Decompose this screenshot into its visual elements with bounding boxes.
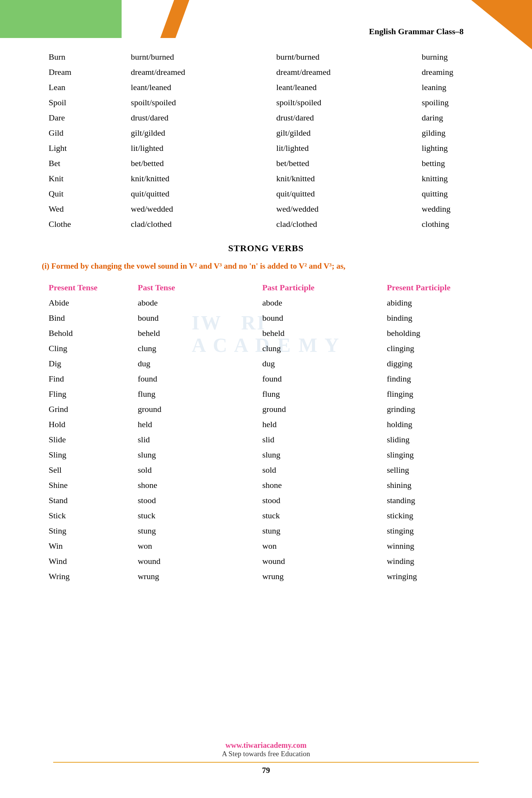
present-participle-cell: betting: [415, 156, 490, 171]
footer-tagline: A Step towards free Education: [0, 750, 532, 758]
past-participle-cell: stuck: [255, 508, 380, 523]
main-content: Burn burnt/burned burnt/burned burning D…: [0, 0, 532, 618]
past-tense-cell: wound: [131, 554, 255, 569]
past-participle-cell: slid: [255, 432, 380, 447]
past-tense-cell: stung: [131, 523, 255, 538]
past-tense-cell: dreamt/dreamed: [124, 65, 269, 80]
present-tense-cell: Bind: [42, 310, 131, 326]
past-tense-cell: won: [131, 538, 255, 554]
present-tense-cell: Lean: [42, 80, 124, 95]
table-row: Sting stung stung stinging: [42, 523, 490, 538]
table-row: Shine shone shone shining: [42, 478, 490, 493]
present-participle-cell: winding: [380, 554, 490, 569]
past-participle-cell: slung: [255, 447, 380, 462]
present-tense-cell: Knit: [42, 171, 124, 186]
past-tense-cell: bound: [131, 310, 255, 326]
present-tense-cell: Hold: [42, 417, 131, 432]
past-tense-cell: stood: [131, 493, 255, 508]
past-participle-cell: drust/dared: [269, 110, 415, 125]
present-participle-cell: finding: [380, 371, 490, 386]
present-tense-cell: Dare: [42, 110, 124, 125]
present-tense-cell: Shine: [42, 478, 131, 493]
col-past-participle: Past Participle: [255, 280, 380, 295]
present-tense-cell: Wed: [42, 201, 124, 217]
table-row: Win won won winning: [42, 538, 490, 554]
present-tense-cell: Dream: [42, 65, 124, 80]
past-participle-cell: quit/quitted: [269, 186, 415, 201]
past-participle-cell: dug: [255, 356, 380, 371]
past-tense-cell: lit/lighted: [124, 141, 269, 156]
present-participle-cell: digging: [380, 356, 490, 371]
table-row: Grind ground ground grinding: [42, 402, 490, 417]
present-tense-cell: Stick: [42, 508, 131, 523]
past-tense-cell: shone: [131, 478, 255, 493]
past-tense-cell: knit/knitted: [124, 171, 269, 186]
past-participle-cell: lit/lighted: [269, 141, 415, 156]
table-row: Behold beheld beheld beholding: [42, 326, 490, 341]
strong-verbs-table: Present Tense Past Tense Past Participle…: [42, 280, 490, 584]
present-participle-cell: sliding: [380, 432, 490, 447]
present-participle-cell: dreaming: [415, 65, 490, 80]
past-tense-cell: dug: [131, 356, 255, 371]
table-row: Bind bound bound binding: [42, 310, 490, 326]
table-row: Fling flung flung flinging: [42, 386, 490, 402]
table-row: Dare drust/dared drust/dared daring: [42, 110, 490, 125]
present-participle-cell: grinding: [380, 402, 490, 417]
past-tense-cell: flung: [131, 386, 255, 402]
present-participle-cell: gilding: [415, 125, 490, 141]
table-row: Abide abode abode abiding: [42, 295, 490, 310]
present-participle-cell: winning: [380, 538, 490, 554]
past-tense-cell: quit/quitted: [124, 186, 269, 201]
col-past-tense: Past Tense: [131, 280, 255, 295]
col-present-tense: Present Tense: [42, 280, 131, 295]
present-participle-cell: shining: [380, 478, 490, 493]
table-row: Wring wrung wrung wringing: [42, 569, 490, 584]
col-present-participle: Present Participle: [380, 280, 490, 295]
present-participle-cell: wedding: [415, 201, 490, 217]
present-tense-cell: Wind: [42, 554, 131, 569]
past-tense-cell: slung: [131, 447, 255, 462]
present-participle-cell: abiding: [380, 295, 490, 310]
table-row: Stick stuck stuck sticking: [42, 508, 490, 523]
present-tense-cell: Wring: [42, 569, 131, 584]
past-tense-cell: wed/wedded: [124, 201, 269, 217]
past-tense-cell: bet/betted: [124, 156, 269, 171]
strong-verbs-heading: STRONG VERBS: [42, 243, 490, 253]
past-participle-cell: wound: [255, 554, 380, 569]
page-number: 79: [0, 766, 532, 775]
table-row: Hold held held holding: [42, 417, 490, 432]
present-tense-cell: Behold: [42, 326, 131, 341]
present-tense-cell: Slide: [42, 432, 131, 447]
table-row: Light lit/lighted lit/lighted lighting: [42, 141, 490, 156]
past-participle-cell: won: [255, 538, 380, 554]
present-tense-cell: Win: [42, 538, 131, 554]
table-row: Quit quit/quitted quit/quitted quitting: [42, 186, 490, 201]
present-participle-cell: daring: [415, 110, 490, 125]
table-row: Wind wound wound winding: [42, 554, 490, 569]
present-participle-cell: flinging: [380, 386, 490, 402]
past-participle-cell: clad/clothed: [269, 217, 415, 232]
past-participle-cell: beheld: [255, 326, 380, 341]
present-tense-cell: Stand: [42, 493, 131, 508]
present-tense-cell: Burn: [42, 49, 124, 65]
table-row: Burn burnt/burned burnt/burned burning: [42, 49, 490, 65]
past-participle-cell: stood: [255, 493, 380, 508]
present-tense-cell: Dig: [42, 356, 131, 371]
past-tense-cell: leant/leaned: [124, 80, 269, 95]
past-tense-cell: sold: [131, 462, 255, 478]
past-participle-cell: ground: [255, 402, 380, 417]
past-participle-cell: held: [255, 417, 380, 432]
past-participle-cell: abode: [255, 295, 380, 310]
present-participle-cell: holding: [380, 417, 490, 432]
table-row: Bet bet/betted bet/betted betting: [42, 156, 490, 171]
present-tense-cell: Bet: [42, 156, 124, 171]
present-participle-cell: burning: [415, 49, 490, 65]
table-row: Cling clung clung clinging: [42, 341, 490, 356]
past-participle-cell: sold: [255, 462, 380, 478]
past-tense-cell: abode: [131, 295, 255, 310]
present-participle-cell: spoiling: [415, 95, 490, 110]
past-tense-cell: gilt/gilded: [124, 125, 269, 141]
present-tense-cell: Fling: [42, 386, 131, 402]
table-row: Sell sold sold selling: [42, 462, 490, 478]
table-row: Dig dug dug digging: [42, 356, 490, 371]
